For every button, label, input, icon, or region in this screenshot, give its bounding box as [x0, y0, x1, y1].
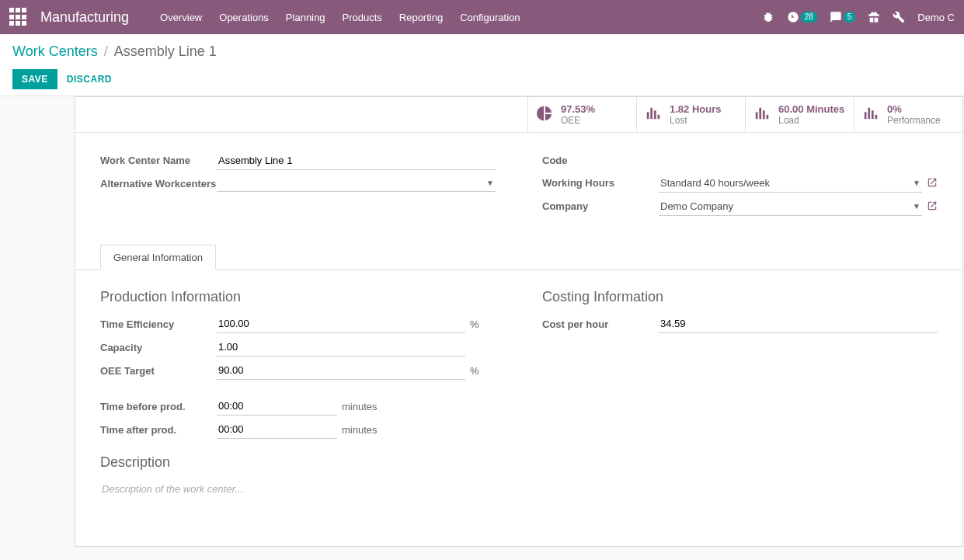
chevron-down-icon: ▼ [486, 179, 494, 187]
stat-oee[interactable]: 97.53% OEE [527, 97, 636, 133]
stat-load-lbl: Load [778, 115, 844, 126]
after-label: Time after prod. [100, 424, 217, 436]
tab-content: Production Information Time Efficiency %… [75, 270, 962, 546]
company-label: Company [542, 197, 659, 212]
breadcrumb-current: Assembly Line 1 [114, 43, 217, 60]
company-select[interactable]: Demo Company ▼ [659, 197, 922, 216]
menu-operations[interactable]: Operations [219, 12, 269, 23]
stat-perf[interactable]: 0% Performance [854, 97, 962, 133]
stat-lost[interactable]: 1.82 Hours Lost [636, 97, 745, 133]
breadcrumb-parent[interactable]: Work Centers [12, 43, 98, 60]
cost-label: Cost per hour [542, 318, 659, 330]
breadcrumb-sep: / [104, 43, 108, 60]
chevron-down-icon: ▼ [913, 202, 920, 210]
before-suffix: minutes [342, 401, 378, 412]
costing-title: Costing Information [542, 289, 938, 305]
after-suffix: minutes [342, 424, 378, 436]
user-menu[interactable]: Demo C [917, 12, 955, 23]
control-panel: Work Centers / Assembly Line 1 SAVE DISC… [0, 34, 964, 96]
stat-buttons: 97.53% OEE 1.82 Hours Lost 60.00 Minutes… [75, 97, 962, 133]
production-title: Production Information [100, 289, 496, 305]
menu-planning[interactable]: Planning [286, 12, 325, 23]
code-input[interactable] [659, 151, 938, 169]
menu-reporting[interactable]: Reporting [399, 12, 443, 23]
description-title: Description [100, 454, 938, 471]
name-input[interactable] [217, 151, 496, 170]
cost-input[interactable] [659, 315, 938, 333]
form-sheet: 97.53% OEE 1.82 Hours Lost 60.00 Minutes… [75, 96, 963, 547]
discard-button[interactable]: DISCARD [67, 74, 112, 85]
eff-input[interactable] [217, 315, 465, 333]
code-label: Code [542, 151, 659, 166]
hours-select[interactable]: Standard 40 hours/week ▼ [659, 174, 922, 193]
eff-label: Time Efficiency [100, 318, 217, 330]
chat-icon[interactable]: 5 [830, 11, 856, 23]
pie-chart-icon [536, 105, 553, 124]
main-menu: Overview Operations Planning Products Re… [160, 12, 520, 23]
app-brand[interactable]: Manufacturing [40, 9, 129, 26]
cap-label: Capacity [100, 342, 217, 353]
bar-chart-icon [862, 105, 879, 124]
name-label: Work Center Name [100, 151, 217, 166]
stat-lost-val: 1.82 Hours [670, 103, 721, 115]
stat-spacer [75, 97, 527, 133]
stat-load[interactable]: 60.00 Minutes Load [745, 97, 854, 133]
before-label: Time before prod. [100, 401, 217, 412]
bar-chart-icon [753, 105, 771, 124]
navbar-right: 28 5 Demo C [762, 11, 955, 23]
stat-lost-lbl: Lost [670, 115, 721, 126]
stat-perf-val: 0% [887, 103, 941, 115]
stat-load-val: 60.00 Minutes [778, 103, 844, 115]
bug-icon[interactable] [762, 11, 774, 23]
eff-suffix: % [470, 318, 479, 330]
oee-suffix: % [470, 365, 479, 377]
tab-general[interactable]: General Information [100, 245, 216, 270]
stat-perf-lbl: Performance [887, 115, 941, 126]
before-input[interactable] [217, 397, 337, 416]
tabs: General Information [75, 244, 962, 270]
cap-input[interactable] [217, 338, 465, 357]
bar-chart-icon [645, 105, 662, 124]
chat-badge: 5 [844, 12, 856, 23]
clock-badge: 28 [801, 12, 817, 23]
company-value: Demo Company [660, 200, 733, 212]
hours-label: Working Hours [542, 174, 659, 189]
breadcrumb: Work Centers / Assembly Line 1 [12, 43, 952, 60]
alt-select[interactable]: ▼ [217, 175, 496, 192]
description-textarea[interactable] [100, 480, 938, 510]
after-input[interactable] [217, 420, 337, 439]
clock-icon[interactable]: 28 [787, 11, 817, 23]
oee-input[interactable] [217, 361, 465, 380]
company-external-link-icon[interactable] [927, 200, 938, 214]
chevron-down-icon: ▼ [913, 179, 920, 187]
gift-icon[interactable] [868, 11, 880, 23]
menu-configuration[interactable]: Configuration [460, 12, 520, 23]
wrench-icon[interactable] [893, 11, 905, 23]
oee-label: OEE Target [100, 365, 217, 377]
hours-value: Standard 40 hours/week [660, 177, 770, 189]
save-button[interactable]: SAVE [12, 69, 57, 89]
action-buttons: SAVE DISCARD [12, 69, 952, 89]
menu-products[interactable]: Products [342, 12, 381, 23]
menu-overview[interactable]: Overview [160, 12, 202, 23]
alt-label: Alternative Workcenters [100, 175, 217, 190]
apps-icon[interactable] [9, 8, 28, 26]
navbar: Manufacturing Overview Operations Planni… [0, 0, 964, 34]
stat-oee-lbl: OEE [561, 115, 595, 126]
stat-oee-val: 97.53% [561, 103, 595, 115]
hours-external-link-icon[interactable] [927, 177, 938, 190]
